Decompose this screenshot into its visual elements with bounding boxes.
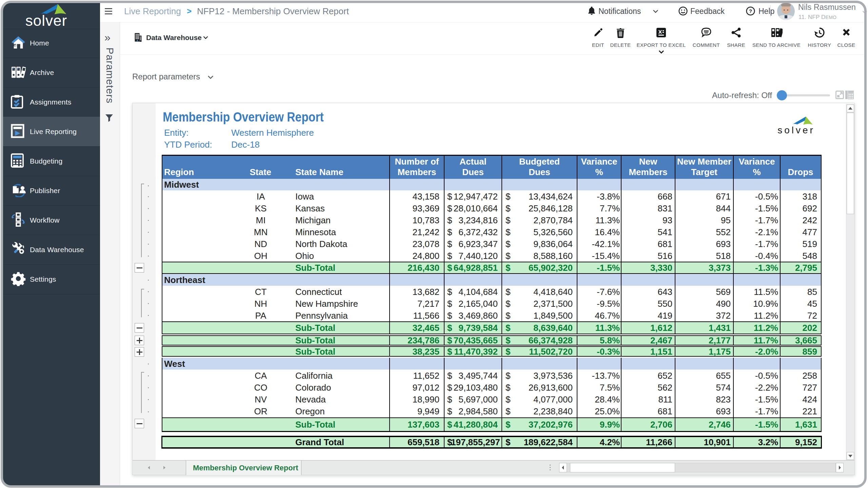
svg-text:?: ? <box>749 8 752 14</box>
